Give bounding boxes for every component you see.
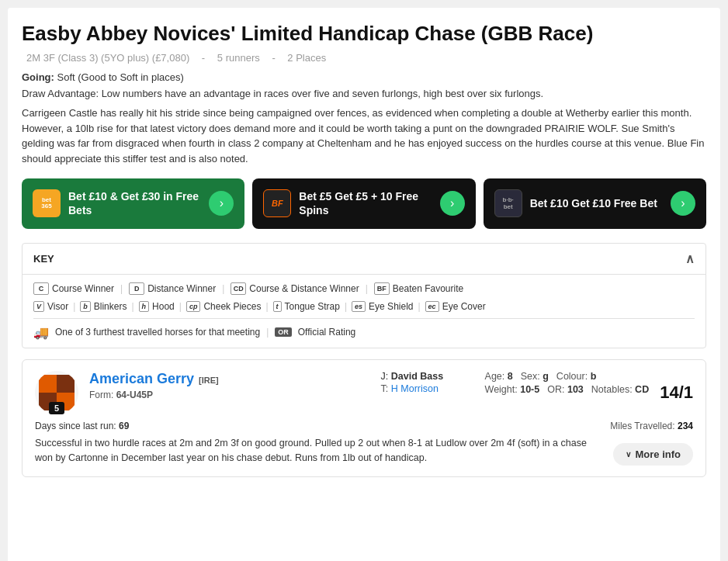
- eye-shield-label: Eye Shield: [369, 301, 413, 312]
- colour-item: Colour: b: [556, 371, 596, 382]
- going-line: Going: Soft (Good to Soft in places): [22, 71, 706, 83]
- key-beaten-fav: BF Beaten Favourite: [374, 282, 463, 295]
- key-row-equipment: V Visor | b Blinkers | h Hood | cp Cheek…: [33, 301, 695, 312]
- going-value: Soft (Good to Soft in places): [57, 71, 184, 83]
- horse-form-row: Form: 64-U45P: [89, 390, 370, 400]
- trainer-row: T: H Morrison: [381, 383, 474, 394]
- betfair-banner[interactable]: BF Bet £5 Get £5 + 10 Free Spins ›: [252, 178, 475, 228]
- hood-badge: h: [139, 301, 150, 312]
- chevron-down-icon: ∨: [626, 450, 631, 459]
- distance-winner-label: Distance Winner: [147, 283, 216, 294]
- key-row-travel: 🚚 One of 3 furthest travelled horses for…: [33, 318, 695, 340]
- betfair-arrow[interactable]: ›: [440, 191, 465, 216]
- meta-separator-2: -: [272, 52, 275, 64]
- blinkers-label: Blinkers: [94, 301, 127, 312]
- cd-winner-badge: CD: [231, 282, 246, 295]
- form-label: Form:: [89, 390, 113, 400]
- blinkers-badge: b: [80, 301, 91, 312]
- horse-stats-block: Age: 8 Sex: g Colour: b Weight:: [485, 371, 650, 395]
- eye-shield-badge: es: [352, 301, 366, 312]
- cd-winner-label: Course & Distance Winner: [249, 283, 359, 294]
- key-row-1: C Course Winner | D Distance Winner | CD…: [33, 282, 695, 295]
- race-title: Easby Abbey Novices' Limited Handicap Ch…: [22, 22, 706, 46]
- sex-item: Sex: g: [521, 371, 549, 382]
- key-body: C Course Winner | D Distance Winner | CD…: [23, 274, 705, 348]
- or-item: OR: 103: [547, 384, 584, 395]
- race-places: 2 Places: [287, 52, 326, 64]
- visor-badge: V: [33, 301, 44, 312]
- race-analysis: Carrigeen Castle has really hit his stri…: [22, 106, 706, 166]
- more-info-label: More info: [636, 448, 681, 460]
- beaten-fav-label: Beaten Favourite: [393, 283, 463, 294]
- jockey-row: J: David Bass: [381, 371, 474, 382]
- bet-banners: bet365 Bet £10 & Get £30 in Free Bets › …: [22, 178, 706, 228]
- svg-rect-2: [57, 375, 75, 393]
- travel-text: One of 3 furthest travelled horses for t…: [55, 327, 260, 338]
- bbbet-text: Bet £10 Get £10 Free Bet: [530, 196, 657, 210]
- trainer-name: H Morrison: [391, 383, 439, 394]
- visor-label: Visor: [47, 301, 68, 312]
- bet365-logo: bet365: [33, 189, 61, 217]
- or-text: Official Rating: [298, 327, 355, 338]
- draw-label: Draw Advantage:: [22, 88, 99, 99]
- bbbet-arrow[interactable]: ›: [671, 191, 695, 216]
- key-chevron-icon: ∧: [685, 251, 695, 266]
- course-winner-label: Course Winner: [52, 283, 114, 294]
- horse-odds: 14/1: [660, 383, 693, 403]
- tongue-label: Tongue Strap: [285, 301, 340, 312]
- cheek-label: Cheek Pieces: [203, 301, 261, 312]
- key-header[interactable]: KEY ∧: [23, 244, 705, 274]
- miles-travelled: Miles Travelled: 234: [610, 421, 693, 431]
- horse-icon-wrap: 5: [35, 371, 78, 414]
- draw-advantage: Draw Advantage: Low numbers have an adva…: [22, 88, 706, 99]
- notables-item: Notables: CD: [591, 384, 649, 395]
- key-eye-shield: es Eye Shield: [352, 301, 413, 312]
- jockey-label: J:: [381, 371, 389, 382]
- hood-label: Hood: [152, 301, 175, 312]
- jockey-name: David Bass: [391, 371, 443, 382]
- draw-value: Low numbers have an advantage in races o…: [102, 88, 543, 99]
- horse-country: [IRE]: [199, 376, 219, 385]
- horse-analysis: Successful in two hurdle races at 2m and…: [35, 436, 604, 466]
- eye-cover-badge: ec: [425, 301, 439, 312]
- or-badge: OR: [275, 327, 292, 337]
- key-cheek-pieces: cp Cheek Pieces: [186, 301, 262, 312]
- going-label: Going:: [22, 71, 54, 83]
- course-winner-badge: C: [33, 282, 49, 295]
- bet365-arrow[interactable]: ›: [209, 191, 234, 216]
- key-tongue-strap: t Tongue Strap: [273, 301, 340, 312]
- bet365-banner-left: bet365 Bet £10 & Get £30 in Free Bets: [33, 189, 209, 217]
- bbbet-banner[interactable]: b·b·bet Bet £10 Get £10 Free Bet ›: [484, 178, 706, 228]
- key-course-winner: C Course Winner: [33, 282, 114, 295]
- cheek-badge: cp: [186, 301, 201, 312]
- bbbet-logo: b·b·bet: [494, 189, 522, 217]
- key-label: KEY: [33, 253, 54, 265]
- horse-number-badge: 5: [49, 402, 64, 414]
- days-since: Days since last run: 69: [35, 421, 129, 431]
- horse-form: 64-U45P: [116, 390, 153, 400]
- horse-name[interactable]: American Gerry: [89, 371, 194, 387]
- key-distance-winner: D Distance Winner: [129, 282, 216, 295]
- truck-icon: 🚚: [33, 325, 49, 340]
- page-container: Easby Abbey Novices' Limited Handicap Ch…: [8, 8, 720, 561]
- jt-block: J: David Bass T: H Morrison: [381, 371, 474, 394]
- beaten-fav-badge: BF: [374, 282, 390, 295]
- horse-extra-row: Days since last run: 69 Miles Travelled:…: [35, 421, 693, 431]
- key-eye-cover: ec Eye Cover: [425, 301, 486, 312]
- key-visor: V Visor: [33, 301, 68, 312]
- bet365-banner[interactable]: bet365 Bet £10 & Get £30 in Free Bets ›: [22, 178, 244, 228]
- race-meta: 2M 3F (Class 3) (5YO plus) (£7,080) - 5 …: [22, 52, 706, 64]
- weight-item: Weight: 10-5: [485, 384, 540, 395]
- distance-winner-badge: D: [129, 282, 144, 295]
- betfair-text: Bet £5 Get £5 + 10 Free Spins: [299, 189, 439, 217]
- betfair-logo: BF: [263, 189, 291, 217]
- more-info-button[interactable]: ∨ More info: [613, 443, 694, 466]
- trainer-label: T:: [381, 383, 389, 394]
- tongue-badge: t: [273, 301, 282, 312]
- meta-separator-1: -: [202, 52, 205, 64]
- age-item: Age: 8: [485, 371, 513, 382]
- horse-card: 5 American Gerry [IRE] Form: 64-U45P J: …: [22, 359, 706, 478]
- horse-info: American Gerry [IRE] Form: 64-U45P: [89, 371, 370, 403]
- svg-rect-0: [39, 375, 57, 393]
- eye-cover-label: Eye Cover: [442, 301, 486, 312]
